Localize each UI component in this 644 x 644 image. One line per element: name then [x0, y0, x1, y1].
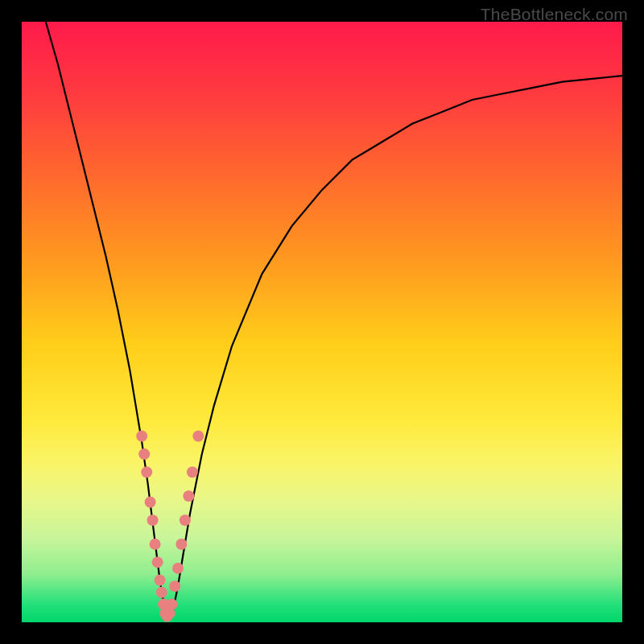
data-point — [169, 580, 180, 592]
highlight-points — [136, 431, 204, 622]
data-point — [152, 556, 163, 568]
data-point — [136, 431, 147, 442]
data-point — [180, 514, 191, 526]
data-point — [150, 539, 161, 550]
data-point — [183, 490, 194, 502]
bottleneck-curve — [46, 22, 622, 617]
data-point — [138, 448, 150, 460]
data-point — [187, 467, 198, 478]
data-point — [172, 563, 184, 574]
data-point — [167, 599, 178, 610]
plot-area — [22, 22, 622, 622]
chart-svg — [22, 22, 622, 622]
watermark-text: TheBottleneck.com — [481, 5, 628, 24]
data-point — [141, 467, 152, 478]
data-point — [156, 587, 167, 598]
data-point — [155, 575, 166, 586]
data-point — [192, 431, 204, 442]
data-point — [175, 539, 187, 550]
data-point — [147, 514, 159, 526]
data-point — [145, 497, 156, 508]
chart-frame: TheBottleneck.com — [0, 0, 644, 644]
